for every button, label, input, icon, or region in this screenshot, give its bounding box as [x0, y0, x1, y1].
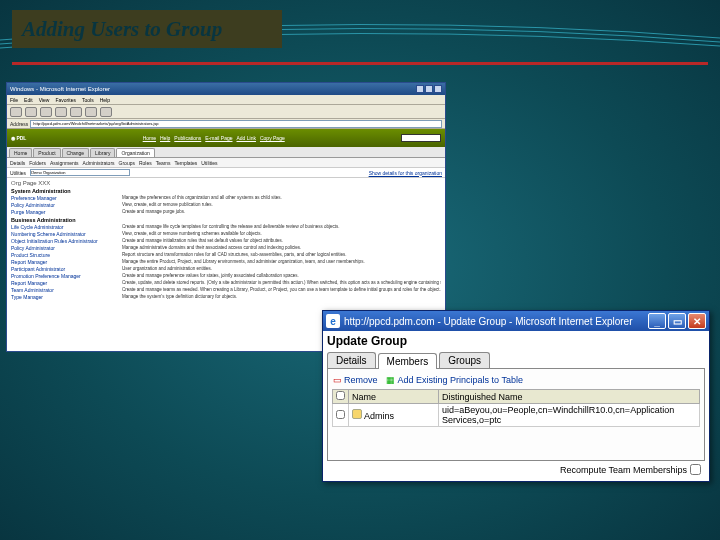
toolbar-back-button[interactable] — [10, 107, 22, 117]
toolbar-forward-button[interactable] — [25, 107, 37, 117]
subtab-utilities[interactable]: Utilities — [201, 160, 217, 166]
brand-search-input[interactable] — [401, 134, 441, 142]
table-row: Object Initialization Rules Administrato… — [11, 238, 441, 244]
menu-favorites[interactable]: Favorites — [55, 97, 76, 103]
link-preference-manager[interactable]: Preference Manager — [11, 195, 116, 201]
add-principals-action[interactable]: ▦ Add Existing Principals to Table — [386, 375, 523, 385]
popup-tab-details[interactable]: Details — [327, 352, 376, 368]
minimize-button[interactable] — [416, 85, 424, 93]
table-row: Promotion Preference ManagerCreate and m… — [11, 273, 441, 279]
front-minimize-button[interactable]: _ — [648, 313, 666, 329]
link-report-manager[interactable]: Report Manager — [11, 259, 116, 265]
recompute-label: Recompute Team Memberships — [560, 465, 687, 475]
add-label: Add Existing Principals to Table — [398, 375, 523, 385]
subtab-assignments[interactable]: Assignments — [50, 160, 79, 166]
toolbar-home-button[interactable] — [70, 107, 82, 117]
toolbar-refresh-button[interactable] — [55, 107, 67, 117]
tab-organization[interactable]: Organization — [116, 148, 154, 157]
back-titlebar: Windows - Microsoft Internet Explorer — [7, 83, 445, 95]
table-row[interactable]: Admins uid=aBeyou,ou=People,cn=Windchill… — [333, 404, 700, 427]
subtab-templates[interactable]: Templates — [175, 160, 198, 166]
popup-tab-groups[interactable]: Groups — [439, 352, 490, 368]
crumb-label: Utilities — [10, 170, 26, 176]
popup-tabs: Details Members Groups — [327, 352, 705, 369]
brand-link-addlink[interactable]: Add Link — [237, 135, 256, 141]
ie-icon: e — [326, 314, 340, 328]
subtab-administrators[interactable]: Administrators — [83, 160, 115, 166]
brand-link-email[interactable]: E-mail Page — [205, 135, 232, 141]
menu-tools[interactable]: Tools — [82, 97, 94, 103]
link-oir-admin[interactable]: Object Initialization Rules Administrato… — [11, 238, 116, 244]
brand-link-publications[interactable]: Publications — [174, 135, 201, 141]
subtab-details[interactable]: Details — [10, 160, 25, 166]
link-purge-manager[interactable]: Purge Manager — [11, 209, 116, 215]
title-underline — [12, 62, 708, 65]
remove-action[interactable]: ▭ Remove — [332, 375, 378, 385]
link-lifecycle-admin[interactable]: Life Cycle Administrator — [11, 224, 116, 230]
brand-links: Home Help Publications E-mail Page Add L… — [143, 135, 285, 141]
address-input[interactable] — [30, 120, 442, 128]
subtab-teams[interactable]: Teams — [156, 160, 171, 166]
recompute-teams-row: Recompute Team Memberships — [560, 464, 701, 475]
front-close-button[interactable]: ✕ — [688, 313, 706, 329]
subtab-roles[interactable]: Roles — [139, 160, 152, 166]
table-row: Preference ManagerManage the preferences… — [11, 195, 441, 201]
back-toolbar — [7, 105, 445, 119]
link-policy-admin2[interactable]: Policy Administrator — [11, 245, 116, 251]
tab-home[interactable]: Home — [9, 148, 32, 157]
front-maximize-button[interactable]: ▭ — [668, 313, 686, 329]
menu-file[interactable]: File — [10, 97, 18, 103]
link-type-manager[interactable]: Type Manager — [11, 294, 116, 300]
popup-tab-members[interactable]: Members — [378, 353, 438, 369]
col-dn: Distinguished Name — [439, 390, 700, 404]
subtab-folders[interactable]: Folders — [29, 160, 46, 166]
link-team-admin[interactable]: Team Administrator — [11, 287, 116, 293]
toolbar-search-button[interactable] — [85, 107, 97, 117]
popup-heading: Update Group — [327, 334, 705, 348]
row-checkbox[interactable] — [336, 410, 345, 419]
tab-product[interactable]: Product — [33, 148, 60, 157]
tab-change[interactable]: Change — [62, 148, 90, 157]
link-policy-admin[interactable]: Policy Administrator — [11, 202, 116, 208]
subtab-groups[interactable]: Groups — [119, 160, 135, 166]
back-addressbar: Address — [7, 119, 445, 129]
brand-link-help[interactable]: Help — [160, 135, 170, 141]
table-row: Purge ManagerCreate and manage purge job… — [11, 209, 441, 215]
slide-title-box: Adding Users to Group — [12, 10, 282, 48]
menu-edit[interactable]: Edit — [24, 97, 33, 103]
app-brandbar: ◉ PDL Home Help Publications E-mail Page… — [7, 129, 445, 147]
table-row: Team AdministratorCreate and manage team… — [11, 287, 441, 293]
select-all-checkbox[interactable] — [336, 391, 345, 400]
col-checkbox — [333, 390, 349, 404]
menu-view[interactable]: View — [39, 97, 50, 103]
table-row: Report ManagerManage the entire Product,… — [11, 259, 441, 265]
front-window-title: http://ppcd.pdm.com - Update Group - Mic… — [344, 316, 632, 327]
update-group-popup: e http://ppcd.pdm.com - Update Group - M… — [322, 310, 710, 482]
crumb-right-link[interactable]: Show details for this organization — [369, 170, 442, 176]
table-row: Numbering Scheme AdministratorView, crea… — [11, 231, 441, 237]
brand-logo: ◉ PDL — [11, 135, 26, 141]
link-participant-admin[interactable]: Participant Administrator — [11, 266, 116, 272]
group-icon — [352, 409, 362, 419]
col-name: Name — [349, 390, 439, 404]
remove-label: Remove — [344, 375, 378, 385]
brand-link-copy[interactable]: Copy Page — [260, 135, 285, 141]
menu-help[interactable]: Help — [100, 97, 110, 103]
recompute-checkbox[interactable] — [690, 464, 701, 475]
maximize-button[interactable] — [425, 85, 433, 93]
link-product-structure[interactable]: Product Structure — [11, 252, 116, 258]
link-promo-pref-mgr[interactable]: Promotion Preference Manager — [11, 273, 116, 279]
toolbar-stop-button[interactable] — [40, 107, 52, 117]
brand-link-home[interactable]: Home — [143, 135, 156, 141]
add-icon: ▦ — [386, 375, 396, 385]
link-report-mgr2[interactable]: Report Manager — [11, 280, 116, 286]
breadcrumb-row: Utilities Show details for this organiza… — [7, 168, 445, 178]
table-row: Participant AdministratorUser organizati… — [11, 266, 441, 272]
link-numbering-admin[interactable]: Numbering Scheme Administrator — [11, 231, 116, 237]
secondary-tabbar: Details Folders Assignments Administrato… — [7, 158, 445, 168]
back-window-controls — [416, 85, 442, 93]
org-select[interactable] — [30, 169, 130, 176]
close-button[interactable] — [434, 85, 442, 93]
toolbar-favorites-button[interactable] — [100, 107, 112, 117]
tab-library[interactable]: Library — [90, 148, 115, 157]
